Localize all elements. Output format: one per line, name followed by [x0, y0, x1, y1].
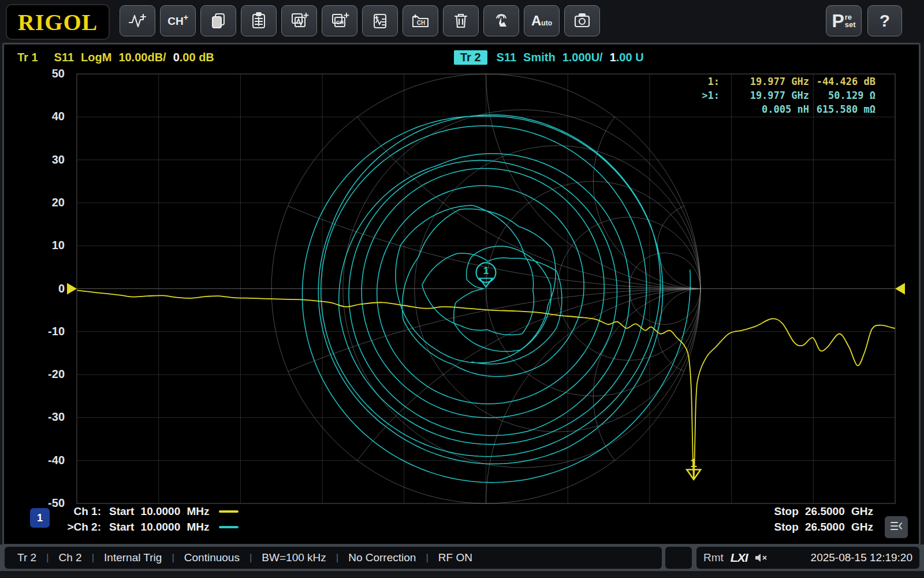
status-separator: |: [426, 552, 428, 564]
display-panel: [2, 43, 921, 546]
vna-screen: RIGOL CH+ CH: [0, 0, 924, 578]
y-tick-label: 20: [30, 196, 65, 209]
status-separator: |: [336, 552, 338, 564]
marker-readout-row: 0.005 nH615.580 mΩ: [679, 102, 875, 116]
measure-table-button[interactable]: [241, 5, 277, 36]
add-channel-button[interactable]: CH+: [160, 5, 196, 36]
help-button[interactable]: ?: [867, 5, 902, 36]
marker-readout-row: 1:19.977 GHz-44.426 dB: [679, 75, 875, 88]
folder-ch-plus-icon: CH: [410, 11, 431, 31]
pages-icon: [208, 11, 228, 31]
trace1-header[interactable]: Tr 1 S11 LogM 10.00dB/ 0.00 dB: [17, 50, 214, 65]
channel2-row[interactable]: >Ch 2: Start 10.0000 MHz Stop 26.5000 GH…: [0, 520, 924, 535]
rigol-logo: RIGOL: [6, 4, 110, 40]
speaker-muted-icon: [754, 551, 769, 564]
y-tick-label: 50: [30, 67, 65, 80]
y-tick-label: 0: [30, 282, 65, 295]
status-item[interactable]: Internal Trig: [104, 551, 162, 564]
channel-badge[interactable]: 1: [30, 508, 50, 528]
y-tick-label: 40: [30, 110, 65, 123]
auto-icon: Auto: [531, 13, 552, 29]
datetime: 2025-08-15 12:19:20: [811, 551, 912, 564]
status-item[interactable]: RF ON: [438, 551, 472, 564]
trace2-active-chip[interactable]: Tr 2: [454, 50, 487, 65]
status-separator: |: [46, 552, 49, 564]
camera-icon: [572, 11, 592, 31]
windows-ch-plus-icon: CH: [329, 11, 350, 31]
trace1-color-swatch: [219, 510, 239, 513]
marker-readout: 1:19.977 GHz-44.426 dB>1:19.977 GHz50.12…: [679, 75, 875, 116]
trace2-color-swatch: [219, 526, 239, 528]
status-item[interactable]: Tr 2: [17, 551, 36, 564]
y-tick-label: 30: [30, 153, 65, 166]
status-separator: |: [249, 552, 252, 564]
auto-scale-button[interactable]: Auto: [524, 5, 560, 36]
status-item[interactable]: Continuous: [184, 551, 240, 564]
status-item[interactable]: BW=100 kHz: [262, 551, 326, 564]
clipboard-waveform-plus-icon: [370, 11, 390, 31]
y-tick-label: -10: [30, 325, 65, 338]
clipboard-table-icon: [249, 11, 269, 31]
status-bar: Tr 2|Ch 2|Internal Trig|Continuous|BW=10…: [0, 544, 924, 571]
touch-icon: [491, 11, 511, 31]
status-right[interactable]: Rmt LXI 2025-08-15 12:19:20: [696, 547, 919, 569]
channel-folder-button[interactable]: CH: [403, 5, 438, 36]
logo-text: RIGOL: [18, 9, 98, 36]
toolbar: RIGOL CH+ CH: [0, 0, 924, 42]
lxi-indicator: LXI: [731, 551, 748, 565]
channel1-row[interactable]: Ch 1: Start 10.0000 MHz Stop 26.5000 GHz: [0, 504, 924, 519]
marker-readout-row: >1:19.977 GHz50.129 Ω: [679, 88, 875, 102]
svg-text:CH: CH: [336, 20, 344, 25]
preset-button[interactable]: P re set: [826, 5, 862, 36]
remote-indicator: Rmt: [703, 551, 724, 564]
help-icon: ?: [880, 11, 890, 31]
add-trace-window-button[interactable]: [281, 5, 317, 36]
y-tick-label: -30: [30, 410, 65, 424]
y-tick-label: 10: [30, 239, 65, 252]
preset-icon: P: [832, 13, 844, 29]
delete-button[interactable]: [443, 5, 479, 36]
trash-icon: [451, 11, 471, 31]
svg-text:CH: CH: [417, 20, 425, 26]
screenshot-button[interactable]: [564, 5, 600, 36]
trace2-header[interactable]: Tr 2 S11 Smith 1.000U/ 1.00 U: [454, 50, 644, 65]
ch-plus-icon: CH+: [167, 14, 188, 28]
status-item[interactable]: Ch 2: [59, 551, 82, 564]
status-separator: |: [172, 552, 174, 564]
waveform-plus-icon: [127, 11, 148, 31]
collapse-menu-button[interactable]: [885, 516, 908, 538]
status-left[interactable]: Tr 2|Ch 2|Internal Trig|Continuous|BW=10…: [5, 547, 662, 569]
status-spacer: [665, 547, 692, 569]
touch-button[interactable]: [483, 5, 519, 36]
status-separator: |: [92, 552, 94, 564]
trace1-id: Tr 1: [17, 51, 38, 64]
add-channel-window-button[interactable]: CH: [322, 5, 357, 36]
copy-button[interactable]: [200, 5, 236, 36]
windows-waveform-plus-icon: [289, 11, 310, 31]
status-item[interactable]: No Correction: [348, 551, 416, 564]
y-tick-label: -40: [30, 454, 65, 467]
y-tick-label: -20: [30, 368, 65, 381]
trace-list-button[interactable]: [362, 5, 398, 36]
collapse-menu-icon: [889, 520, 903, 534]
add-trace-button[interactable]: [120, 5, 155, 36]
